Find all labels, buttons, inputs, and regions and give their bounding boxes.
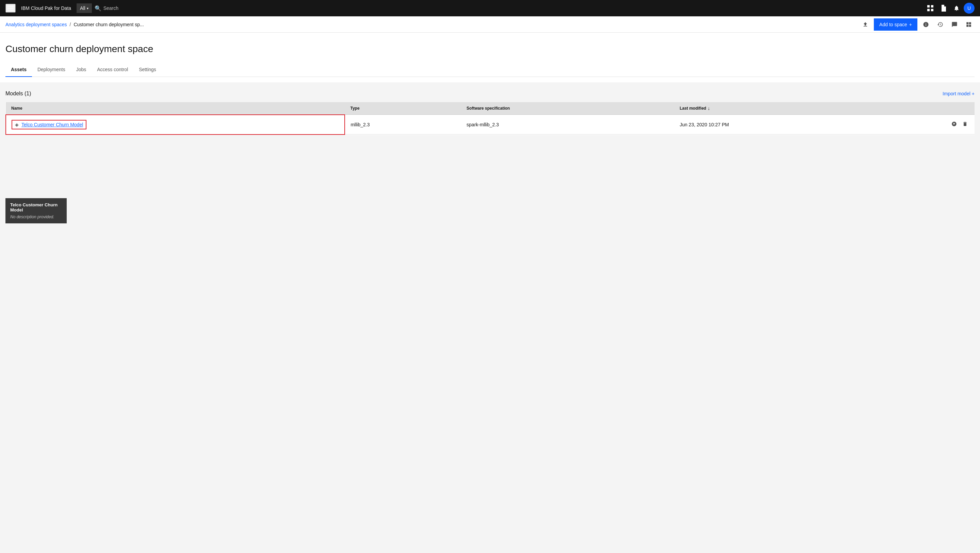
page-title: Customer churn deployment space xyxy=(5,44,975,54)
grid-view-icon-button[interactable] xyxy=(963,19,975,30)
column-header-type[interactable]: Type xyxy=(345,102,461,115)
avatar[interactable]: U xyxy=(964,3,975,14)
tab-settings[interactable]: Settings xyxy=(134,63,162,77)
history-icon-button[interactable] xyxy=(934,19,946,30)
svg-rect-0 xyxy=(927,5,930,8)
tab-jobs[interactable]: Jobs xyxy=(71,63,92,77)
breadcrumb-parent-link[interactable]: Analytics deployment spaces xyxy=(5,22,67,27)
import-model-button[interactable]: Import model + xyxy=(943,91,975,96)
model-actions-cell xyxy=(888,115,975,134)
delete-icon-button[interactable] xyxy=(961,120,969,129)
row-actions xyxy=(893,120,969,129)
grid-icon-button[interactable] xyxy=(924,2,937,14)
document-icon-button[interactable] xyxy=(938,2,950,14)
tab-access-control[interactable]: Access control xyxy=(92,63,134,77)
model-type-cell: mllib_2.3 xyxy=(345,115,461,134)
tooltip-title: Telco Customer Churn Model xyxy=(10,202,62,212)
search-filter-dropdown[interactable]: All ▾ xyxy=(76,3,92,13)
hamburger-menu-button[interactable] xyxy=(5,4,16,13)
model-tooltip-popup: Telco Customer Churn Model No descriptio… xyxy=(5,198,67,223)
upload-button[interactable] xyxy=(859,19,871,30)
top-navigation: IBM Cloud Pak for Data All ▾ 🔍 xyxy=(0,0,980,16)
top-nav-right-actions: U xyxy=(924,2,975,14)
page-header: Customer churn deployment space Assets D… xyxy=(0,33,980,83)
tooltip-description: No description provided. xyxy=(10,215,62,219)
breadcrumb-actions: Add to space + xyxy=(859,18,975,31)
comment-icon-button[interactable] xyxy=(949,19,960,30)
column-header-actions xyxy=(888,102,975,115)
tab-bar: Assets Deployments Jobs Access control S… xyxy=(5,63,975,77)
notification-icon-button[interactable] xyxy=(951,2,962,14)
table-header-row: Name Type Software specification Last mo… xyxy=(6,102,975,115)
import-plus-icon: + xyxy=(972,91,975,96)
model-name-link[interactable]: Telco Customer Churn Model xyxy=(21,122,83,127)
svg-rect-2 xyxy=(927,9,930,11)
search-input-wrap: 🔍 xyxy=(95,5,213,11)
svg-rect-1 xyxy=(931,5,933,8)
tab-deployments[interactable]: Deployments xyxy=(32,63,71,77)
chevron-down-icon: ▾ xyxy=(87,6,89,10)
column-header-last-modified[interactable]: Last modified ↓ xyxy=(674,102,887,115)
model-software-spec-cell: spark-mllib_2.3 xyxy=(461,115,674,134)
model-last-modified-cell: Jun 23, 2020 10:27 PM xyxy=(674,115,887,134)
info-icon-button[interactable] xyxy=(920,19,932,30)
main-content-area: Models (1) Import model + Name Type Soft… xyxy=(0,83,980,287)
deploy-icon-button[interactable] xyxy=(950,120,958,129)
table-row: ◈ Telco Customer Churn Model mllib_2.3 s… xyxy=(6,115,975,134)
sort-desc-icon: ↓ xyxy=(708,105,710,111)
breadcrumb-bar: Analytics deployment spaces / Customer c… xyxy=(0,16,980,33)
models-table-wrap: Name Type Software specification Last mo… xyxy=(5,102,975,135)
app-logo: IBM Cloud Pak for Data xyxy=(21,5,71,11)
search-input[interactable] xyxy=(103,5,213,11)
models-section-header: Models (1) Import model + xyxy=(5,91,975,97)
model-diamond-icon: ◈ xyxy=(15,122,19,127)
search-icon: 🔍 xyxy=(95,5,102,11)
tab-assets[interactable]: Assets xyxy=(5,63,32,77)
models-section-title: Models (1) xyxy=(5,91,31,97)
model-name-cell: ◈ Telco Customer Churn Model xyxy=(6,115,345,134)
column-header-name[interactable]: Name xyxy=(6,102,345,115)
plus-icon: + xyxy=(909,22,912,27)
models-table: Name Type Software specification Last mo… xyxy=(5,102,975,135)
add-to-space-button[interactable]: Add to space + xyxy=(874,18,917,31)
breadcrumb-separator: / xyxy=(70,22,71,27)
search-bar: All ▾ 🔍 xyxy=(76,3,213,13)
svg-rect-3 xyxy=(931,9,933,11)
breadcrumb-current: Customer churn deployment sp... xyxy=(73,22,143,27)
column-header-software-spec[interactable]: Software specification xyxy=(461,102,674,115)
